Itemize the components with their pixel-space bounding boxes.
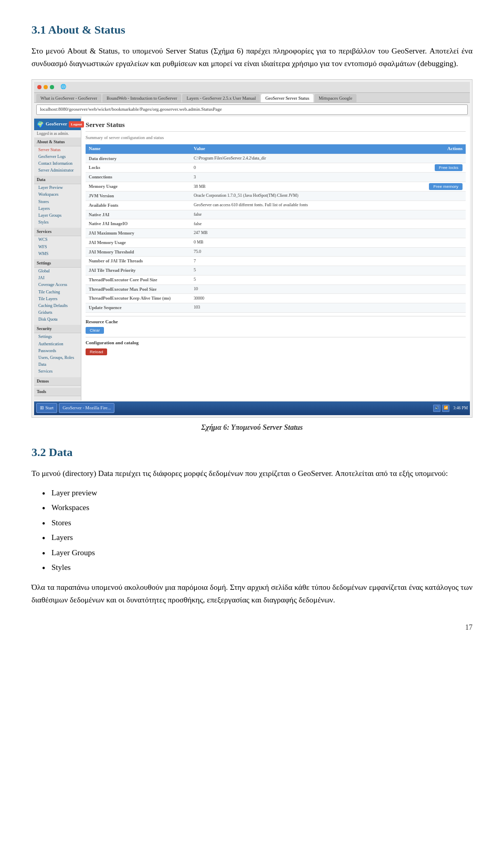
clear-button[interactable]: Clear: [86, 327, 104, 334]
action-button[interactable]: Free memory: [429, 183, 463, 190]
list-item-stores: Stores: [42, 517, 472, 529]
gs-logo-header: 🌍 GeoServer Logout: [34, 119, 81, 131]
table-header-name: Name: [86, 144, 191, 154]
taskbar-system-icons: 🔊 📶 3:46 PM: [433, 405, 468, 412]
sidebar-section-title-security: Security: [34, 325, 81, 333]
sidebar-item-workspaces[interactable]: Workspaces: [34, 191, 81, 198]
table-row: JAI Memory Threshold75.0: [86, 247, 466, 257]
sidebar-item-wfs[interactable]: WFS: [34, 244, 81, 250]
section-32-paragraph2: Όλα τα παραπάνω υπομενού ακολουθούν μια …: [32, 581, 472, 606]
sidebar-item-server-status[interactable]: Server Status: [34, 146, 81, 153]
sidebar-item-geoserver-logs[interactable]: GeoServer Logs: [34, 153, 81, 160]
table-cell-label: Memory Usage: [86, 182, 191, 192]
table-row: Number of JAI Tile Threads7: [86, 257, 466, 266]
table-cell-value: GeoServer can access 610 different fonts…: [191, 200, 397, 210]
table-cell-value: C:\Program Files\GeoServer 2.4.2\data_di…: [191, 154, 397, 163]
taskbar: ⊞ Start GeoServer - Mozilla Fire... 🔊 📶 …: [34, 401, 470, 415]
table-cell-action: [397, 219, 466, 229]
action-button[interactable]: Free locks: [435, 164, 463, 171]
table-row: ThreadPoolExecutor Core Pool Size5: [86, 275, 466, 284]
sidebar-item-wcs[interactable]: WCS: [34, 236, 81, 243]
sidebar-item-layer-preview[interactable]: Layer Preview: [34, 184, 81, 191]
screenshot-figure6: 🌐 What is GeoServer - GeoServer BoundWeb…: [32, 79, 472, 418]
sidebar-item-tile-caching[interactable]: Tile Caching: [34, 289, 81, 295]
sidebar-item-wms[interactable]: WMS: [34, 250, 81, 257]
table-cell-label: Available Fonts: [86, 200, 191, 210]
list-item-layer-preview: Layer preview: [42, 487, 472, 499]
figure-caption: Σχήμα 6: Υπομενού Server Status: [32, 422, 472, 433]
sidebar-item-tile-layers[interactable]: Tile Layers: [34, 295, 81, 302]
table-cell-value: Oracle Corporation 1.7.0_51 (Java HotSpo…: [191, 192, 397, 201]
tab-what-is-geoserver[interactable]: What is GeoServer - GeoServer: [36, 94, 101, 103]
gs-login-status: Logged in as admin.: [34, 130, 81, 137]
browser-close-dot: [37, 85, 41, 89]
table-cell-action: [397, 192, 466, 201]
sidebar-item-gridsets[interactable]: Gridsets: [34, 309, 81, 316]
tab-mittspaces[interactable]: Mittspaces Google: [314, 94, 356, 103]
table-cell-action: [397, 266, 466, 276]
sidebar-item-layers[interactable]: Layers: [34, 205, 81, 212]
table-row: Native JAIfalse: [86, 210, 466, 219]
tab-boundweb[interactable]: BoundWeb - Introduction to GeoServer: [102, 94, 181, 103]
browser-chrome: 🌐: [34, 82, 470, 93]
sidebar-section-title-services: Services: [34, 228, 81, 236]
sidebar-item-caching-defaults[interactable]: Caching Defaults: [34, 302, 81, 309]
sidebar-item-coverage-access[interactable]: Coverage Access: [34, 281, 81, 288]
table-cell-label: Locks: [86, 163, 191, 173]
list-item-layers: Layers: [42, 532, 472, 544]
sidebar-item-layer-groups[interactable]: Layer Groups: [34, 212, 81, 219]
table-cell-label: ThreadPoolExecutor Keep Alive Time (ms): [86, 294, 191, 303]
reload-button[interactable]: Reload: [86, 348, 107, 355]
sidebar-item-authentication[interactable]: Authentication: [34, 341, 81, 347]
sidebar-section-title-settings: Settings: [34, 259, 81, 268]
sidebar-item-sec-data[interactable]: Data: [34, 361, 81, 368]
sidebar-item-stores[interactable]: Stores: [34, 198, 81, 205]
sidebar-item-users-groups-roles[interactable]: Users, Groups, Roles: [34, 354, 81, 361]
table-cell-label: JAI Memory Threshold: [86, 247, 191, 257]
sidebar-item-sec-settings[interactable]: Settings: [34, 333, 81, 340]
gs-page-subtitle: Summary of server configuration and stat…: [86, 134, 466, 141]
sidebar-item-styles[interactable]: Styles: [34, 219, 81, 226]
browser-min-dot: [44, 85, 48, 89]
table-header-value: Value: [191, 144, 397, 154]
start-button[interactable]: ⊞ Start: [36, 403, 57, 413]
table-cell-label: Data directory: [86, 154, 191, 163]
server-status-table: Name Value Actions Data directoryC:\Prog…: [86, 144, 466, 313]
geoserver-main-content: Server Status Summary of server configur…: [81, 117, 470, 400]
table-row: Locks0Free locks: [86, 163, 466, 173]
table-cell-action: [397, 303, 466, 313]
section-31-title: 3.1 About & Status: [32, 21, 472, 38]
table-cell-action: [397, 238, 466, 247]
browser-address-bar[interactable]: localhost:8080/geoserver/web/wicket/book…: [36, 104, 468, 115]
sidebar-item-server-admin[interactable]: Server Administrator: [34, 167, 81, 174]
table-cell-action: Free memory: [397, 182, 466, 192]
table-cell-label: ThreadPoolExecutor Max Pool Size: [86, 284, 191, 294]
tab-server-status[interactable]: GeoServer Server Status: [261, 94, 313, 103]
sidebar-item-passwords[interactable]: Passwords: [34, 347, 81, 354]
sidebar-section-tools: Tools: [34, 388, 81, 396]
table-cell-value: 10: [191, 284, 397, 294]
table-row: Memory Usage38 MBFree memory: [86, 182, 466, 192]
sidebar-item-jai[interactable]: JAI: [34, 274, 81, 281]
taskbar-geoserver-btn[interactable]: GeoServer - Mozilla Fire...: [59, 403, 114, 413]
config-catalog-title: Configuration and catalog: [86, 340, 466, 347]
sidebar-item-disk-quota[interactable]: Disk Quota: [34, 316, 81, 323]
table-cell-action: [397, 229, 466, 238]
tab-layers-manual[interactable]: Layers - GeoServer 2.5.x User Manual: [182, 94, 260, 103]
table-cell-value: 38 MB: [191, 182, 397, 192]
table-cell-label: JAI Memory Usage: [86, 238, 191, 247]
table-cell-action: [397, 294, 466, 303]
config-catalog-row: Reload: [86, 348, 466, 355]
table-cell-label: JVM Version: [86, 192, 191, 201]
sidebar-section-demos: Demos: [34, 377, 81, 386]
table-cell-action: Free locks: [397, 163, 466, 173]
table-header-actions: Actions: [397, 144, 466, 154]
sidebar-item-contact-info[interactable]: Contact Information: [34, 160, 81, 167]
data-submenu-list: Layer preview Workspaces Stores Layers L…: [42, 487, 472, 574]
sidebar-item-sec-services[interactable]: Services: [34, 368, 81, 375]
section-32-title: 3.2 Data: [32, 443, 472, 461]
sidebar-item-global[interactable]: Global: [34, 268, 81, 274]
sidebar-section-title-demos: Demos: [34, 377, 81, 386]
sidebar-section-title-tools: Tools: [34, 388, 81, 396]
sidebar-section-security: Security Settings Authentication Passwor…: [34, 325, 81, 375]
